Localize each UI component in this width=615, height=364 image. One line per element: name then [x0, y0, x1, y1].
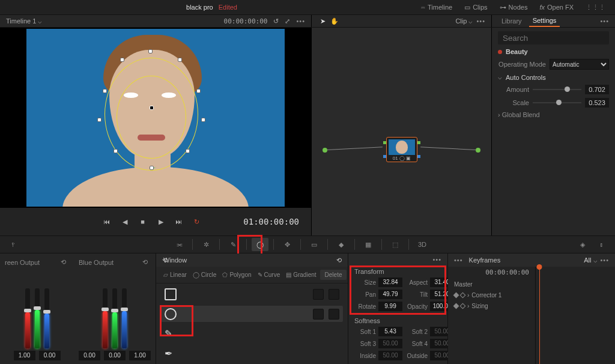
topbar-grid-icon[interactable]: ⋮⋮⋮ — [582, 2, 609, 13]
mask-handle[interactable] — [196, 89, 201, 93]
mask-handle[interactable] — [120, 58, 124, 62]
scale-value[interactable]: 0.523 — [585, 98, 609, 108]
keyframe-filter[interactable]: All ⌵ ••• — [584, 256, 609, 264]
polygon-tool[interactable]: ⬠ Polygon — [220, 270, 253, 279]
play-timecode[interactable]: 01:00:00:00 — [243, 217, 299, 226]
clip-dropdown[interactable]: Clip ⌵ — [455, 17, 473, 25]
soft3-value[interactable]: 50.00 — [378, 339, 402, 348]
mask-mode-icon[interactable] — [313, 289, 324, 300]
curve-value[interactable]: 0.00 — [39, 351, 61, 360]
topbar-nodes[interactable]: ⊶ Nodes — [496, 2, 532, 13]
corrector-node[interactable]: 01 ◯ ▣ — [386, 137, 417, 162]
curve-value[interactable]: 0.00 — [104, 351, 126, 360]
green-slider[interactable] — [35, 288, 40, 348]
mask-mode-icon[interactable] — [313, 309, 324, 320]
loop-icon[interactable]: ↻ — [192, 216, 202, 227]
tracker-icon[interactable]: ✥ — [279, 238, 295, 251]
mask-handle[interactable] — [148, 49, 153, 53]
red-slider[interactable] — [25, 288, 30, 348]
timeline-dropdown[interactable]: Timeline 1 ⌵ — [6, 17, 42, 25]
tab-library[interactable]: Library — [498, 16, 526, 26]
3d-icon[interactable]: 3D — [414, 238, 431, 251]
green-slider[interactable] — [112, 288, 117, 348]
soft1-value[interactable]: 5.43 — [378, 327, 402, 336]
tab-settings[interactable]: Settings — [529, 15, 560, 27]
first-frame-icon[interactable]: ⏮ — [101, 216, 112, 227]
scopes-icon[interactable]: ⫯ — [5, 238, 22, 251]
viewer-canvas[interactable] — [0, 28, 311, 208]
curve-value[interactable]: 1.00 — [129, 351, 151, 360]
node-graph[interactable]: 01 ◯ ▣ — [311, 28, 491, 235]
curve-value[interactable]: 1.00 — [14, 351, 35, 360]
node-menu[interactable]: ••• — [476, 17, 485, 25]
keyframe-diamond-icon[interactable] — [453, 303, 459, 309]
sizing-icon[interactable]: ▦ — [360, 238, 377, 251]
keyframe-outline-icon[interactable] — [460, 292, 466, 298]
node-input[interactable] — [323, 148, 327, 153]
blue-slider[interactable] — [44, 288, 49, 348]
panel-reset-icon[interactable]: ⟲ — [336, 256, 342, 264]
pointer-tool-icon[interactable]: ➤ — [320, 17, 326, 25]
curves-icon[interactable]: ⫘ — [171, 238, 187, 251]
circle-tool[interactable]: ◯ Circle — [190, 270, 219, 279]
invert-mode-icon[interactable] — [329, 289, 339, 300]
gradient-tool[interactable]: ▤ Gradient — [283, 270, 318, 279]
keyframe-outline-icon[interactable] — [460, 303, 466, 309]
window-palette-icon[interactable]: ◯ — [252, 238, 268, 251]
reset-icon[interactable]: ⟲ — [61, 258, 69, 267]
operating-mode-select[interactable]: Automatic — [550, 59, 609, 70]
scale-slider[interactable] — [533, 102, 581, 103]
playhead[interactable] — [539, 267, 540, 364]
invert-mode-icon[interactable] — [329, 309, 339, 320]
mask-handle[interactable] — [150, 166, 154, 170]
keyframe-track[interactable] — [536, 267, 615, 364]
mask-center-handle[interactable] — [150, 106, 154, 110]
shape-row-rect[interactable] — [161, 286, 343, 302]
curve-value[interactable]: 0.00 — [79, 351, 100, 360]
key-icon[interactable]: ◆ — [333, 238, 350, 251]
step-back-icon[interactable]: ◀ — [120, 216, 130, 227]
panel-menu[interactable]: ••• — [432, 256, 441, 263]
kf-sizing-row[interactable]: › Sizing — [448, 300, 535, 311]
blue-slider[interactable] — [122, 288, 127, 348]
topbar-clips[interactable]: ▭ Clips — [461, 2, 491, 13]
reset-dot-icon[interactable] — [498, 50, 502, 54]
mask-handle[interactable] — [201, 118, 205, 122]
keyframe-timecode[interactable]: 00:00:00:00 — [448, 267, 535, 279]
mask-handle[interactable] — [97, 118, 101, 122]
pan-value[interactable]: 49.79 — [378, 290, 402, 299]
reset-icon[interactable]: ⟲ — [142, 258, 151, 267]
mask-handle[interactable] — [186, 149, 190, 153]
viewer-timecode[interactable]: 00:00:00:00 — [224, 17, 268, 25]
node-output[interactable] — [476, 148, 480, 153]
global-blend-heading[interactable]: › Global Blend — [498, 111, 609, 118]
play-icon[interactable]: ▶ — [156, 216, 166, 227]
kf-master-row[interactable]: Master — [448, 279, 535, 290]
blur-icon[interactable]: ▭ — [306, 238, 323, 251]
inspector-menu[interactable]: ••• — [600, 17, 609, 25]
chevron-down-icon[interactable]: ⌵ — [498, 73, 502, 81]
amount-slider[interactable] — [533, 89, 581, 90]
inside-value[interactable]: 50.00 — [378, 351, 402, 360]
keyframe-mode-icon[interactable]: ◈ — [574, 238, 591, 251]
last-frame-icon[interactable]: ⏭ — [174, 216, 184, 227]
viewer-menu[interactable]: ••• — [296, 17, 305, 25]
expand-icon[interactable]: ⤢ — [285, 17, 290, 25]
delete-button[interactable]: Delete — [320, 270, 347, 280]
shape-row-drop[interactable]: ✒ — [161, 345, 343, 362]
search-input[interactable] — [498, 31, 609, 44]
shape-row-circle[interactable] — [161, 306, 343, 322]
kf-corrector-row[interactable]: › Corrector 1 — [448, 290, 535, 300]
circle-mask-overlay-inner[interactable] — [117, 76, 186, 159]
size-value[interactable]: 32.84 — [378, 278, 402, 287]
keyframe-diamond-icon[interactable] — [453, 292, 459, 298]
panel-menu[interactable]: ••• — [454, 256, 463, 264]
topbar-openfx[interactable]: fx Open FX — [536, 2, 577, 12]
linear-tool[interactable]: ▱ Linear — [161, 270, 189, 279]
wheels-icon[interactable]: ✲ — [198, 238, 214, 251]
red-slider[interactable] — [103, 288, 108, 348]
amount-value[interactable]: 0.702 — [585, 85, 609, 94]
topbar-timeline[interactable]: ⎓ Timeline — [417, 2, 456, 12]
shape-row-pen[interactable]: ✎ — [161, 326, 343, 342]
curve-tool[interactable]: ✎ Curve — [255, 270, 283, 279]
